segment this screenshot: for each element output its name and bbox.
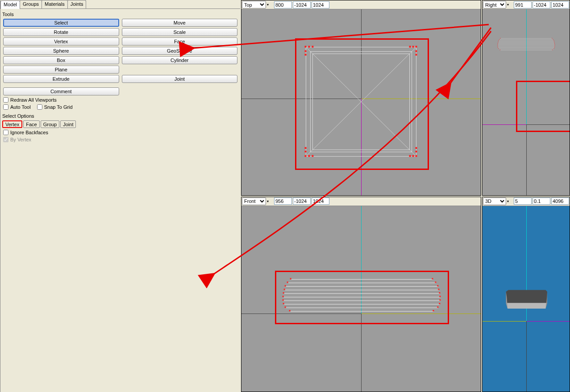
viewport-right-canvas[interactable] — [483, 9, 570, 195]
geosphere-button[interactable]: GeoSphere — [122, 47, 238, 55]
svg-rect-51 — [498, 48, 499, 49]
viewport-top-canvas[interactable] — [241, 9, 481, 195]
svg-rect-54 — [552, 50, 553, 50]
svg-rect-14 — [409, 155, 411, 157]
selectopt-face[interactable]: Face — [23, 120, 39, 128]
chevron-down-icon: ▾ — [507, 199, 513, 203]
viewport-top-val2[interactable] — [293, 1, 311, 8]
svg-rect-39 — [498, 41, 499, 41]
svg-rect-49 — [498, 47, 498, 47]
viewport-top-val3[interactable] — [312, 1, 329, 8]
tab-materials[interactable]: Materials — [42, 0, 68, 8]
box-button[interactable]: Box — [3, 56, 119, 64]
scale-button[interactable]: Scale — [122, 28, 238, 36]
viewport-front-val2[interactable] — [293, 198, 311, 205]
extrude-button[interactable]: Extrude — [3, 75, 119, 83]
tab-joints[interactable]: Joints — [67, 0, 87, 8]
viewport-front-val1[interactable] — [274, 198, 292, 205]
viewport-right-val3[interactable] — [551, 1, 569, 8]
sphere-button[interactable]: Sphere — [3, 47, 119, 55]
svg-rect-81 — [285, 306, 286, 308]
selectopt-joint[interactable]: Joint — [60, 120, 76, 128]
svg-rect-13 — [312, 155, 313, 157]
svg-rect-24 — [416, 147, 417, 149]
face-button[interactable]: Face — [122, 37, 238, 45]
viewport-front: Front ▾ — [241, 197, 481, 392]
svg-rect-10 — [416, 46, 417, 48]
svg-marker-86 — [506, 303, 547, 309]
viewport-front-val3[interactable] — [312, 198, 329, 205]
viewport-right-header: Right ▾ — [483, 0, 570, 9]
side-panel: Model Groups Materials Joints Tools Sele… — [0, 0, 240, 392]
select-button[interactable]: Select — [3, 19, 119, 27]
svg-rect-41 — [498, 42, 498, 42]
redraw-checkbox[interactable] — [3, 97, 8, 103]
selectopts-title: Select Options — [2, 113, 238, 119]
viewport-top-header: Top ▾ — [241, 0, 481, 9]
svg-rect-38 — [553, 39, 553, 40]
ignore-backfaces-checkbox[interactable] — [3, 130, 8, 135]
tab-model[interactable]: Model — [0, 0, 20, 9]
viewport-3d-val3[interactable] — [551, 198, 569, 205]
selectopt-vertex[interactable]: Vertex — [2, 120, 22, 128]
svg-rect-17 — [304, 50, 306, 52]
svg-rect-7 — [312, 46, 313, 48]
svg-rect-12 — [308, 155, 310, 157]
svg-rect-71 — [284, 289, 285, 290]
move-button[interactable]: Move — [122, 19, 238, 27]
selectopt-group[interactable]: Group — [41, 120, 60, 128]
svg-rect-35 — [500, 38, 501, 38]
viewport-right-val2[interactable] — [533, 1, 550, 8]
viewport-top-val1[interactable] — [274, 1, 292, 8]
byvertex-checkbox — [3, 137, 8, 142]
chevron-down-icon: ▾ — [267, 199, 273, 203]
viewport-right: Right ▾ — [482, 0, 570, 196]
svg-rect-44 — [554, 43, 555, 44]
viewport-top-select[interactable]: Top — [242, 1, 266, 8]
plane-button[interactable]: Plane — [3, 66, 119, 74]
svg-rect-72 — [438, 289, 439, 290]
svg-rect-84 — [433, 310, 434, 311]
viewport-right-val1[interactable] — [514, 1, 532, 8]
cylinder-button[interactable]: Cylinder — [122, 56, 238, 64]
viewport-3d-header: 3D ▾ — [483, 197, 570, 206]
viewport-3d: 3D ▾ — [482, 197, 570, 392]
svg-rect-82 — [437, 306, 438, 308]
viewport-right-select[interactable]: Right — [483, 1, 506, 8]
comment-button[interactable]: Comment — [3, 87, 119, 95]
autotool-checkbox[interactable] — [3, 104, 8, 110]
snap-label: Snap To Grid — [44, 104, 73, 110]
snap-checkbox[interactable] — [37, 104, 42, 110]
svg-rect-22 — [304, 147, 306, 149]
viewport-front-select[interactable]: Front — [242, 198, 266, 205]
svg-rect-50 — [554, 47, 555, 47]
viewport-3d-canvas[interactable] — [483, 206, 570, 392]
svg-rect-5 — [304, 46, 306, 48]
viewport-front-canvas[interactable] — [241, 206, 481, 392]
tab-row: Model Groups Materials Joints — [0, 0, 240, 9]
svg-rect-43 — [498, 43, 498, 44]
svg-rect-11 — [304, 155, 306, 157]
svg-rect-83 — [289, 310, 291, 311]
viewport-3d-val1[interactable] — [514, 198, 532, 205]
tab-groups[interactable]: Groups — [20, 0, 42, 8]
tools-title: Tools — [2, 12, 238, 17]
svg-rect-20 — [416, 54, 417, 56]
svg-rect-52 — [553, 48, 554, 49]
chevron-down-icon: ▾ — [267, 3, 273, 7]
svg-rect-6 — [308, 46, 310, 48]
vertex-button[interactable]: Vertex — [3, 37, 119, 45]
svg-rect-19 — [416, 50, 417, 52]
svg-rect-69 — [285, 285, 286, 286]
svg-rect-18 — [304, 54, 306, 56]
chevron-down-icon: ▾ — [507, 3, 513, 7]
viewport-3d-val2[interactable] — [533, 198, 550, 205]
svg-rect-42 — [554, 42, 554, 42]
svg-rect-75 — [283, 296, 284, 297]
svg-rect-46 — [554, 45, 555, 45]
svg-rect-45 — [497, 45, 498, 45]
joint-button[interactable]: Joint — [122, 75, 238, 83]
viewport-3d-select[interactable]: 3D — [483, 198, 506, 205]
rotate-button[interactable]: Rotate — [3, 28, 119, 36]
svg-rect-70 — [437, 285, 438, 286]
